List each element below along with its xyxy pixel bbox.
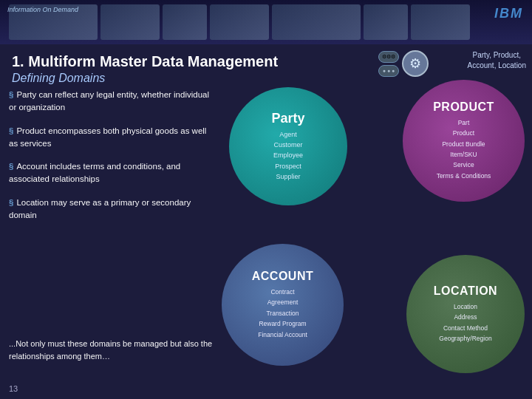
gear-cluster: ⚙⚙⚙ ● ● ● ⚙ — [378, 50, 429, 77]
location-items: Location Address Contact Method Geograph… — [439, 301, 491, 344]
product-label: PRODUCT — [433, 100, 494, 114]
circle-product: PRODUCT Part Product Product Bundle Item… — [403, 80, 525, 202]
banner-img-5 — [272, 4, 361, 40]
account-items: Contract Agreement Transaction Reward Pr… — [258, 287, 307, 340]
circle-account: ACCOUNT Contract Agreement Transaction R… — [222, 244, 344, 366]
account-label: ACCOUNT — [252, 270, 314, 283]
bullet-dot-2: § — [9, 125, 13, 137]
bullet-account: §Account includes terms and conditions, … — [9, 160, 216, 186]
banner-img-3 — [163, 4, 207, 40]
party-items: Agent Customer Employee Prospect Supplie… — [273, 129, 303, 183]
bottom-note: ...Not only must these domains be manage… — [9, 338, 231, 362]
bullet-location: §Location may serve as a primary or seco… — [9, 197, 216, 222]
party-label: Party — [271, 111, 304, 126]
page-number: 13 — [9, 384, 18, 393]
banner-img-6 — [364, 4, 408, 40]
left-panel: §Party can reflect any legal entity, whe… — [9, 89, 216, 232]
gear-big-icon: ⚙ — [402, 50, 429, 77]
bullet-dot-1: § — [9, 89, 13, 101]
bullet-dot-4: § — [9, 197, 13, 209]
banner-img-2 — [100, 4, 160, 40]
banner-img-4 — [210, 4, 269, 40]
product-items: Part Product Product Bundle Item/SKU Ser… — [437, 117, 491, 182]
circle-location: LOCATION Location Address Contact Method… — [406, 255, 525, 373]
gear-strip-1: ⚙⚙⚙ — [378, 51, 399, 63]
bullet-party: §Party can reflect any legal entity, whe… — [9, 89, 216, 115]
location-label: LOCATION — [434, 284, 497, 298]
info-brand-label: Information On Demand — [7, 6, 78, 13]
bullet-product: §Product encompasses both physical goods… — [9, 125, 216, 151]
circle-party: Party Agent Customer Employee Prospect S… — [229, 87, 347, 205]
ibm-logo: IBM — [494, 6, 523, 21]
gear-strip-2: ● ● ● — [378, 65, 399, 77]
top-banner: Information On Demand IBM — [0, 0, 532, 44]
party-product-label: Party, Product, Account, Location — [468, 50, 527, 71]
banner-img-7 — [411, 4, 470, 40]
slide-title: 1. Multiform Master Data Management — [12, 53, 520, 70]
bullet-dot-3: § — [9, 160, 13, 173]
diagram-area: Party Agent Customer Employee Prospect S… — [214, 80, 525, 377]
